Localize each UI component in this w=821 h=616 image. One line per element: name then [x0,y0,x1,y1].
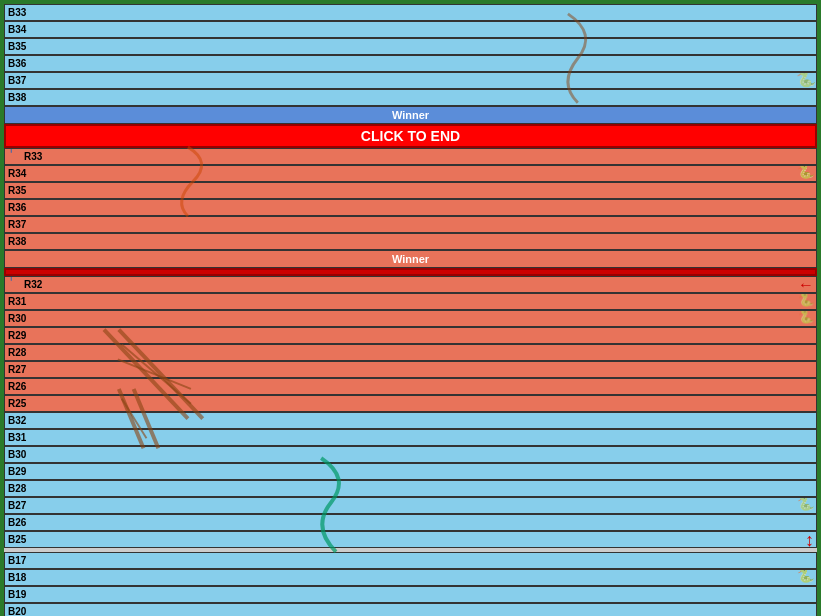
cell-b32: B32 [4,412,817,429]
cell-r25: R25 [4,395,817,412]
game-board: ELTPrintables.com B33 B34 B35 B36 B37 🐍 … [0,0,821,616]
arrow-blue-up2: ↑↓ [6,276,16,293]
cell-b25: B25 ↕ [4,531,817,548]
cell-r26: R26 [4,378,817,395]
cell-r34: R34 🐍 [4,165,817,182]
cell-r36: R36 [4,199,817,216]
click-to-end-button[interactable]: CLICK TO END [4,124,817,148]
cell-b34: B34 [4,21,817,38]
arrow-red-updown: ↕ [805,531,814,548]
cell-b37: B37 🐍 [4,72,817,89]
cell-b26: B26 [4,514,817,531]
cell-r29: R29 [4,327,817,344]
cell-b30: B30 [4,446,817,463]
cell-b35: B35 [4,38,817,55]
arrow-red-left: ← [798,276,814,293]
cell-r38: R38 [4,233,817,250]
cell-b27: B27 🐍 [4,497,817,514]
cell-r32: ↑↓ R32 ← [4,276,817,293]
cell-r-empty1 [4,268,817,276]
cell-b31: B31 [4,429,817,446]
cell-b20: B20 [4,603,817,616]
cell-b36: B36 [4,55,817,72]
cell-b33: B33 [4,4,817,21]
cell-r30: R30 🐍 [4,310,817,327]
cell-winner-red: Winner [4,250,817,268]
cell-r27: R27 [4,361,817,378]
cell-b28: B28 [4,480,817,497]
cell-b18: B18 🐍 [4,569,817,586]
cell-r35: R35 [4,182,817,199]
cell-r28: R28 [4,344,817,361]
cell-winner-blue: Winner [4,106,817,124]
cell-r31: R31 🐍 [4,293,817,310]
arrow-blue-up: ↑↓ [6,148,16,165]
cell-b38: B38 [4,89,817,106]
snake-r34: 🐍 [797,165,814,179]
cell-r37: R37 [4,216,817,233]
cell-b29: B29 [4,463,817,480]
cell-b19: B19 [4,586,817,603]
cell-b17: B17 [4,552,817,569]
cell-r33: ↑↓ R33 [4,148,817,165]
